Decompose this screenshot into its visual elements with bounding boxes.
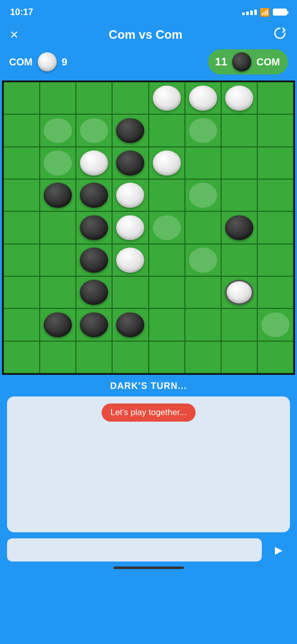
board-cell[interactable] — [40, 179, 76, 211]
board-cell[interactable] — [221, 114, 257, 146]
status-time: 10:17 — [10, 7, 33, 18]
board-cell[interactable] — [112, 179, 148, 211]
board-cell[interactable] — [149, 244, 185, 276]
board-cell[interactable] — [185, 308, 221, 341]
board-cell[interactable] — [40, 244, 76, 276]
board-cell[interactable] — [149, 147, 185, 179]
score-right: 11 COM — [208, 49, 288, 74]
board-cell[interactable] — [221, 147, 257, 179]
board-cell[interactable] — [149, 308, 185, 341]
board-cell[interactable] — [221, 308, 257, 341]
white-disc — [116, 215, 144, 240]
white-disc — [189, 86, 217, 111]
board-cell[interactable] — [257, 114, 293, 146]
board-cell[interactable] — [4, 82, 40, 114]
board-cell[interactable] — [149, 341, 185, 373]
board-cell[interactable] — [112, 147, 148, 179]
board-cell[interactable] — [112, 82, 148, 114]
board-cell[interactable] — [149, 179, 185, 211]
white-disc — [153, 150, 181, 176]
board-cell[interactable] — [40, 341, 76, 373]
board-cell[interactable] — [40, 114, 76, 146]
board-cell[interactable] — [40, 82, 76, 114]
turn-status: DARK'S TURN... — [0, 375, 297, 396]
board-cell[interactable] — [185, 341, 221, 373]
board-cell[interactable] — [185, 82, 221, 114]
board-cell[interactable] — [185, 244, 221, 276]
white-ring-disc — [225, 280, 253, 305]
board-cell[interactable] — [40, 211, 76, 244]
board-cell[interactable] — [4, 114, 40, 146]
chat-input[interactable] — [7, 538, 262, 561]
board-cell[interactable] — [76, 244, 112, 276]
board-cell[interactable] — [221, 276, 257, 308]
board-cell[interactable] — [4, 147, 40, 179]
board-cell[interactable] — [221, 244, 257, 276]
game-board[interactable] — [2, 80, 295, 375]
status-bar: 10:17 📶 — [0, 0, 297, 22]
board-cell[interactable] — [221, 82, 257, 114]
board-cell[interactable] — [257, 341, 293, 373]
board-cell[interactable] — [257, 147, 293, 179]
board-cell[interactable] — [40, 276, 76, 308]
board-cell[interactable] — [221, 211, 257, 244]
board-cell[interactable] — [257, 179, 293, 211]
board-cell[interactable] — [4, 341, 40, 373]
board-cell[interactable] — [76, 147, 112, 179]
board-cell[interactable] — [257, 82, 293, 114]
board-cell[interactable] — [76, 308, 112, 341]
close-button[interactable]: × — [10, 28, 18, 42]
board-cell[interactable] — [149, 82, 185, 114]
white-disc — [80, 150, 108, 176]
board-cell[interactable] — [40, 308, 76, 341]
ghost-disc — [189, 183, 217, 208]
board-cell[interactable] — [221, 179, 257, 211]
board-cell[interactable] — [4, 308, 40, 341]
white-disc — [116, 248, 144, 273]
black-disc — [44, 183, 72, 208]
board-cell[interactable] — [185, 179, 221, 211]
chat-bubble: Let's play together... — [102, 404, 196, 422]
black-disc — [80, 183, 108, 208]
board-cell[interactable] — [185, 147, 221, 179]
board-cell[interactable] — [4, 276, 40, 308]
board-cell[interactable] — [185, 276, 221, 308]
board-cell[interactable] — [149, 211, 185, 244]
player-right-label: COM — [256, 56, 280, 68]
board-cell[interactable] — [76, 179, 112, 211]
board-cell[interactable] — [257, 276, 293, 308]
board-cell[interactable] — [4, 244, 40, 276]
board-cell[interactable] — [76, 82, 112, 114]
board-cell[interactable] — [4, 179, 40, 211]
ghost-disc — [44, 150, 72, 176]
board-cell[interactable] — [149, 114, 185, 146]
board-cell[interactable] — [112, 114, 148, 146]
board-cell[interactable] — [257, 308, 293, 341]
send-button[interactable]: ▶ — [267, 538, 290, 561]
black-disc — [80, 312, 108, 338]
board-cell[interactable] — [76, 341, 112, 373]
board-cell[interactable] — [112, 211, 148, 244]
board-cell[interactable] — [185, 211, 221, 244]
board-cell[interactable] — [112, 276, 148, 308]
board-cell[interactable] — [112, 341, 148, 373]
board-cell[interactable] — [4, 211, 40, 244]
board-cell[interactable] — [149, 276, 185, 308]
black-disc — [116, 150, 144, 176]
board-cell[interactable] — [76, 211, 112, 244]
score-right-number: 11 — [215, 55, 227, 68]
board-cell[interactable] — [76, 114, 112, 146]
board-cell[interactable] — [257, 244, 293, 276]
board-cell[interactable] — [40, 147, 76, 179]
board-cell[interactable] — [221, 341, 257, 373]
board-cell[interactable] — [112, 308, 148, 341]
ghost-disc — [44, 118, 72, 143]
board-cell[interactable] — [76, 276, 112, 308]
board-cell[interactable] — [112, 244, 148, 276]
board-cell[interactable] — [185, 114, 221, 146]
black-disc — [116, 118, 144, 143]
board-cell[interactable] — [257, 211, 293, 244]
signal-dots-icon — [242, 10, 257, 15]
reset-button[interactable] — [273, 26, 287, 43]
score-row: COM 9 11 COM — [0, 49, 297, 80]
